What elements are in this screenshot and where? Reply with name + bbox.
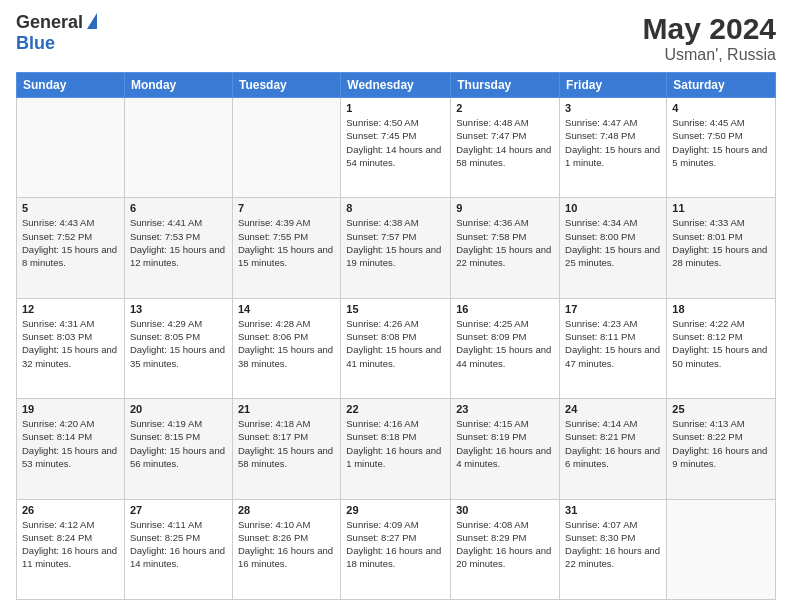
main-title: May 2024 xyxy=(643,12,776,46)
table-row xyxy=(667,499,776,599)
day-info: Sunrise: 4:19 AM Sunset: 8:15 PM Dayligh… xyxy=(130,417,227,470)
day-number: 24 xyxy=(565,403,661,415)
day-info: Sunrise: 4:34 AM Sunset: 8:00 PM Dayligh… xyxy=(565,216,661,269)
table-row: 3Sunrise: 4:47 AM Sunset: 7:48 PM Daylig… xyxy=(560,98,667,198)
day-info: Sunrise: 4:41 AM Sunset: 7:53 PM Dayligh… xyxy=(130,216,227,269)
day-info: Sunrise: 4:26 AM Sunset: 8:08 PM Dayligh… xyxy=(346,317,445,370)
calendar-body: 1Sunrise: 4:50 AM Sunset: 7:45 PM Daylig… xyxy=(17,98,776,600)
day-info: Sunrise: 4:45 AM Sunset: 7:50 PM Dayligh… xyxy=(672,116,770,169)
table-row xyxy=(17,98,125,198)
page: General Blue May 2024 Usman', Russia Sun… xyxy=(0,0,792,612)
header: General Blue May 2024 Usman', Russia xyxy=(16,12,776,64)
day-number: 26 xyxy=(22,504,119,516)
day-number: 22 xyxy=(346,403,445,415)
table-row: 6Sunrise: 4:41 AM Sunset: 7:53 PM Daylig… xyxy=(124,198,232,298)
day-number: 13 xyxy=(130,303,227,315)
table-row: 7Sunrise: 4:39 AM Sunset: 7:55 PM Daylig… xyxy=(232,198,340,298)
weekday-header-saturday: Saturday xyxy=(667,73,776,98)
day-number: 29 xyxy=(346,504,445,516)
table-row: 20Sunrise: 4:19 AM Sunset: 8:15 PM Dayli… xyxy=(124,399,232,499)
calendar-header: SundayMondayTuesdayWednesdayThursdayFrid… xyxy=(17,73,776,98)
weekday-header-row: SundayMondayTuesdayWednesdayThursdayFrid… xyxy=(17,73,776,98)
day-info: Sunrise: 4:18 AM Sunset: 8:17 PM Dayligh… xyxy=(238,417,335,470)
table-row: 4Sunrise: 4:45 AM Sunset: 7:50 PM Daylig… xyxy=(667,98,776,198)
calendar-week-3: 12Sunrise: 4:31 AM Sunset: 8:03 PM Dayli… xyxy=(17,298,776,398)
day-number: 8 xyxy=(346,202,445,214)
calendar-week-4: 19Sunrise: 4:20 AM Sunset: 8:14 PM Dayli… xyxy=(17,399,776,499)
day-number: 12 xyxy=(22,303,119,315)
day-info: Sunrise: 4:31 AM Sunset: 8:03 PM Dayligh… xyxy=(22,317,119,370)
day-info: Sunrise: 4:38 AM Sunset: 7:57 PM Dayligh… xyxy=(346,216,445,269)
day-info: Sunrise: 4:43 AM Sunset: 7:52 PM Dayligh… xyxy=(22,216,119,269)
day-number: 14 xyxy=(238,303,335,315)
weekday-header-monday: Monday xyxy=(124,73,232,98)
table-row: 28Sunrise: 4:10 AM Sunset: 8:26 PM Dayli… xyxy=(232,499,340,599)
day-number: 2 xyxy=(456,102,554,114)
title-area: May 2024 Usman', Russia xyxy=(643,12,776,64)
day-number: 27 xyxy=(130,504,227,516)
table-row: 17Sunrise: 4:23 AM Sunset: 8:11 PM Dayli… xyxy=(560,298,667,398)
table-row xyxy=(124,98,232,198)
day-info: Sunrise: 4:23 AM Sunset: 8:11 PM Dayligh… xyxy=(565,317,661,370)
table-row: 12Sunrise: 4:31 AM Sunset: 8:03 PM Dayli… xyxy=(17,298,125,398)
day-number: 30 xyxy=(456,504,554,516)
weekday-header-sunday: Sunday xyxy=(17,73,125,98)
day-info: Sunrise: 4:15 AM Sunset: 8:19 PM Dayligh… xyxy=(456,417,554,470)
table-row: 9Sunrise: 4:36 AM Sunset: 7:58 PM Daylig… xyxy=(451,198,560,298)
table-row: 26Sunrise: 4:12 AM Sunset: 8:24 PM Dayli… xyxy=(17,499,125,599)
day-info: Sunrise: 4:22 AM Sunset: 8:12 PM Dayligh… xyxy=(672,317,770,370)
table-row: 14Sunrise: 4:28 AM Sunset: 8:06 PM Dayli… xyxy=(232,298,340,398)
day-number: 10 xyxy=(565,202,661,214)
day-info: Sunrise: 4:10 AM Sunset: 8:26 PM Dayligh… xyxy=(238,518,335,571)
table-row: 2Sunrise: 4:48 AM Sunset: 7:47 PM Daylig… xyxy=(451,98,560,198)
day-number: 17 xyxy=(565,303,661,315)
day-info: Sunrise: 4:07 AM Sunset: 8:30 PM Dayligh… xyxy=(565,518,661,571)
day-info: Sunrise: 4:13 AM Sunset: 8:22 PM Dayligh… xyxy=(672,417,770,470)
day-number: 6 xyxy=(130,202,227,214)
table-row xyxy=(232,98,340,198)
sub-title: Usman', Russia xyxy=(643,46,776,64)
day-info: Sunrise: 4:20 AM Sunset: 8:14 PM Dayligh… xyxy=(22,417,119,470)
logo-area: General Blue xyxy=(16,12,99,54)
day-info: Sunrise: 4:33 AM Sunset: 8:01 PM Dayligh… xyxy=(672,216,770,269)
day-number: 15 xyxy=(346,303,445,315)
day-number: 20 xyxy=(130,403,227,415)
day-number: 4 xyxy=(672,102,770,114)
table-row: 5Sunrise: 4:43 AM Sunset: 7:52 PM Daylig… xyxy=(17,198,125,298)
table-row: 22Sunrise: 4:16 AM Sunset: 8:18 PM Dayli… xyxy=(341,399,451,499)
table-row: 8Sunrise: 4:38 AM Sunset: 7:57 PM Daylig… xyxy=(341,198,451,298)
day-info: Sunrise: 4:16 AM Sunset: 8:18 PM Dayligh… xyxy=(346,417,445,470)
logo-blue-text: Blue xyxy=(16,33,55,54)
day-info: Sunrise: 4:09 AM Sunset: 8:27 PM Dayligh… xyxy=(346,518,445,571)
day-info: Sunrise: 4:39 AM Sunset: 7:55 PM Dayligh… xyxy=(238,216,335,269)
table-row: 21Sunrise: 4:18 AM Sunset: 8:17 PM Dayli… xyxy=(232,399,340,499)
calendar-week-1: 1Sunrise: 4:50 AM Sunset: 7:45 PM Daylig… xyxy=(17,98,776,198)
table-row: 13Sunrise: 4:29 AM Sunset: 8:05 PM Dayli… xyxy=(124,298,232,398)
day-info: Sunrise: 4:28 AM Sunset: 8:06 PM Dayligh… xyxy=(238,317,335,370)
day-number: 23 xyxy=(456,403,554,415)
day-number: 16 xyxy=(456,303,554,315)
weekday-header-thursday: Thursday xyxy=(451,73,560,98)
table-row: 15Sunrise: 4:26 AM Sunset: 8:08 PM Dayli… xyxy=(341,298,451,398)
table-row: 10Sunrise: 4:34 AM Sunset: 8:00 PM Dayli… xyxy=(560,198,667,298)
day-number: 3 xyxy=(565,102,661,114)
day-info: Sunrise: 4:11 AM Sunset: 8:25 PM Dayligh… xyxy=(130,518,227,571)
day-info: Sunrise: 4:14 AM Sunset: 8:21 PM Dayligh… xyxy=(565,417,661,470)
day-number: 28 xyxy=(238,504,335,516)
calendar-week-5: 26Sunrise: 4:12 AM Sunset: 8:24 PM Dayli… xyxy=(17,499,776,599)
day-number: 1 xyxy=(346,102,445,114)
day-info: Sunrise: 4:48 AM Sunset: 7:47 PM Dayligh… xyxy=(456,116,554,169)
day-info: Sunrise: 4:47 AM Sunset: 7:48 PM Dayligh… xyxy=(565,116,661,169)
table-row: 31Sunrise: 4:07 AM Sunset: 8:30 PM Dayli… xyxy=(560,499,667,599)
table-row: 30Sunrise: 4:08 AM Sunset: 8:29 PM Dayli… xyxy=(451,499,560,599)
calendar-week-2: 5Sunrise: 4:43 AM Sunset: 7:52 PM Daylig… xyxy=(17,198,776,298)
table-row: 23Sunrise: 4:15 AM Sunset: 8:19 PM Dayli… xyxy=(451,399,560,499)
day-number: 11 xyxy=(672,202,770,214)
table-row: 25Sunrise: 4:13 AM Sunset: 8:22 PM Dayli… xyxy=(667,399,776,499)
day-number: 21 xyxy=(238,403,335,415)
table-row: 24Sunrise: 4:14 AM Sunset: 8:21 PM Dayli… xyxy=(560,399,667,499)
day-info: Sunrise: 4:12 AM Sunset: 8:24 PM Dayligh… xyxy=(22,518,119,571)
day-info: Sunrise: 4:29 AM Sunset: 8:05 PM Dayligh… xyxy=(130,317,227,370)
table-row: 1Sunrise: 4:50 AM Sunset: 7:45 PM Daylig… xyxy=(341,98,451,198)
day-info: Sunrise: 4:50 AM Sunset: 7:45 PM Dayligh… xyxy=(346,116,445,169)
